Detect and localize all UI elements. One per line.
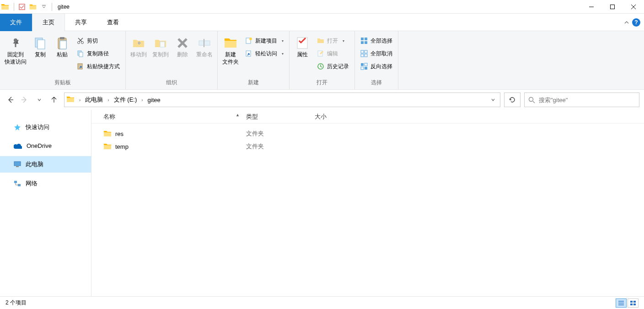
new-folder-label: 新建 文件夹 — [222, 51, 239, 65]
svg-rect-31 — [361, 67, 364, 70]
svg-point-33 — [529, 97, 533, 101]
move-to-button[interactable]: 移动到 — [128, 35, 150, 60]
properties-icon — [295, 36, 310, 50]
folder-icon — [1, 3, 9, 11]
maximize-button[interactable] — [602, 0, 623, 14]
invert-selection-button[interactable]: 反向选择 — [359, 60, 394, 72]
file-name: temp — [115, 143, 129, 150]
folder-icon — [103, 142, 112, 151]
copy-icon — [33, 36, 48, 50]
recent-locations-button[interactable] — [33, 93, 46, 106]
svg-rect-18 — [297, 38, 307, 49]
pin-icon — [8, 36, 23, 50]
svg-rect-8 — [60, 41, 66, 49]
copy-button[interactable]: 复制 — [29, 35, 51, 60]
copy-path-button[interactable]: 复制路径 — [75, 48, 122, 60]
sidebar-label: 快速访问 — [26, 123, 49, 131]
sidebar-item-network[interactable]: 网络 — [0, 175, 91, 192]
svg-rect-35 — [16, 166, 19, 167]
history-icon — [317, 63, 324, 70]
edit-button[interactable]: 编辑 — [315, 48, 351, 60]
back-button[interactable] — [4, 93, 16, 106]
col-header-type[interactable]: 类型 — [242, 113, 311, 121]
sidebar-item-quick-access[interactable]: 快速访问 — [0, 119, 91, 136]
qat-dropdown[interactable] — [39, 2, 49, 12]
breadcrumb-item[interactable]: 此电脑 — [83, 96, 105, 104]
qat-properties[interactable] — [17, 2, 27, 12]
svg-rect-41 — [633, 304, 636, 305]
open-icon — [317, 37, 324, 44]
item-count: 2 个项目 — [5, 299, 27, 307]
cut-button[interactable]: 剪切 — [75, 35, 122, 47]
column-headers: 名称 ▲ 类型 大小 — [91, 110, 644, 124]
cut-label: 剪切 — [87, 37, 98, 45]
file-type: 文件夹 — [242, 130, 311, 138]
edit-label: 编辑 — [327, 50, 338, 58]
status-bar: 2 个项目 — [0, 296, 644, 309]
svg-rect-29 — [361, 63, 364, 66]
breadcrumb-dropdown[interactable] — [488, 98, 498, 102]
search-icon — [528, 97, 535, 103]
collapse-ribbon-button[interactable] — [624, 20, 629, 25]
view-details-button[interactable] — [616, 298, 627, 308]
pc-icon — [14, 161, 21, 168]
select-all-button[interactable]: 全部选择 — [359, 35, 394, 47]
breadcrumb-item[interactable]: gitee — [146, 97, 162, 103]
refresh-button[interactable] — [504, 92, 521, 107]
open-button[interactable]: 打开▾ — [315, 35, 351, 47]
rename-label: 重命名 — [196, 51, 213, 59]
paste-shortcut-button[interactable]: 粘贴快捷方式 — [75, 60, 122, 72]
copy-to-button[interactable]: 复制到 — [150, 35, 172, 60]
title-icon-holder — [0, 3, 10, 11]
col-header-size[interactable]: 大小 — [311, 113, 357, 121]
close-button[interactable] — [623, 0, 644, 14]
help-button[interactable]: ? — [632, 18, 640, 27]
sidebar-label: OneDrive — [27, 142, 52, 149]
view-large-icons-button[interactable] — [628, 298, 639, 308]
file-row[interactable]: temp 文件夹 — [91, 140, 644, 153]
sidebar-item-this-pc[interactable]: 此电脑 — [0, 156, 91, 173]
minimize-button[interactable] — [581, 0, 602, 14]
file-row[interactable]: res 文件夹 — [91, 127, 644, 140]
sidebar-item-onedrive[interactable]: OneDrive — [0, 138, 91, 153]
breadcrumb-item[interactable]: 文件 (E:) — [112, 96, 139, 104]
svg-rect-34 — [14, 162, 21, 166]
svg-point-16 — [249, 38, 252, 40]
move-to-label: 移动到 — [130, 51, 147, 59]
svg-rect-24 — [365, 41, 367, 44]
properties-button[interactable]: 属性 — [291, 35, 313, 60]
edit-icon — [317, 50, 324, 57]
paste-button[interactable]: 粘贴 — [51, 35, 73, 60]
select-none-button[interactable]: 全部取消 — [359, 48, 394, 60]
new-folder-button[interactable]: 新建 文件夹 — [220, 35, 242, 66]
breadcrumb-sep[interactable]: › — [105, 98, 112, 103]
qat-folder[interactable] — [28, 2, 38, 12]
svg-rect-22 — [365, 38, 367, 40]
title-bar: gitee — [0, 0, 644, 14]
pin-quick-access-button[interactable]: 固定到 快速访问 — [2, 35, 29, 66]
svg-rect-38 — [630, 301, 633, 303]
breadcrumb-sep[interactable]: › — [139, 98, 145, 103]
new-group-label: 新建 — [220, 77, 287, 89]
rename-button[interactable]: 重命名 — [193, 35, 215, 60]
breadcrumb-sep[interactable]: › — [76, 98, 83, 103]
tab-file[interactable]: 文件 — [0, 14, 32, 31]
new-item-button[interactable]: 新建项目▾ — [243, 35, 285, 47]
up-button[interactable] — [48, 93, 60, 106]
tab-home[interactable]: 主页 — [32, 14, 65, 31]
tab-share[interactable]: 共享 — [65, 14, 97, 31]
forward-button[interactable] — [18, 93, 31, 106]
ribbon-group-open: 属性 打开▾ 编辑 历史记录 打开 — [290, 31, 355, 89]
svg-rect-40 — [630, 304, 633, 305]
easy-access-button[interactable]: 轻松访问▾ — [243, 48, 285, 60]
breadcrumb[interactable]: › 此电脑 › 文件 (E:) › gitee — [64, 92, 500, 107]
file-name: res — [115, 130, 123, 137]
search-box[interactable] — [524, 92, 639, 107]
search-input[interactable] — [539, 97, 635, 103]
tab-view[interactable]: 查看 — [97, 14, 129, 31]
delete-button[interactable]: 删除 — [172, 35, 193, 60]
history-button[interactable]: 历史记录 — [315, 60, 351, 72]
history-label: 历史记录 — [327, 63, 349, 70]
new-item-label: 新建项目 — [255, 37, 277, 45]
col-header-name[interactable]: 名称 ▲ — [100, 113, 242, 121]
